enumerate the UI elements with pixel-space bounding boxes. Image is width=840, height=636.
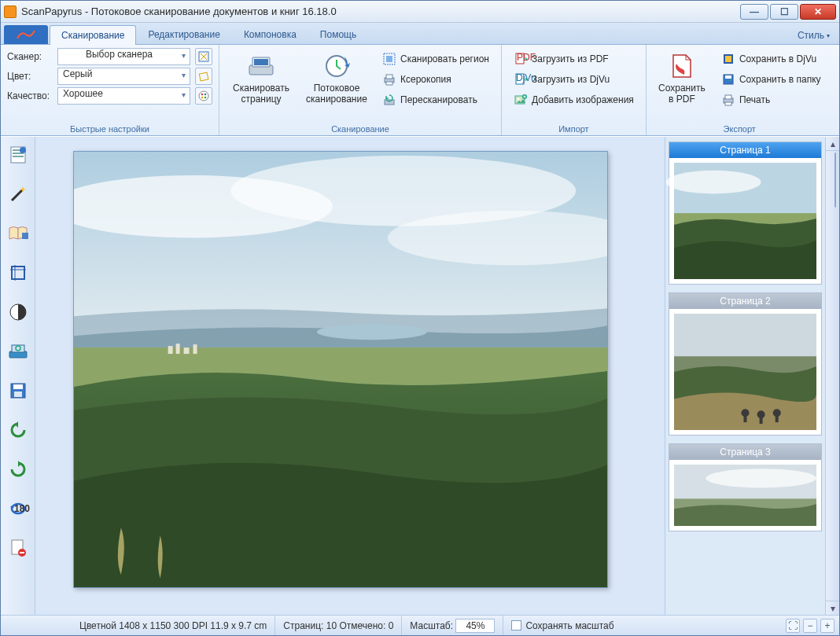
group-title-scanning: Сканирование	[226, 123, 495, 134]
window-title: ScanPapyrus - Потоковое сканирование док…	[21, 6, 739, 17]
group-quick-settings: Сканер: Выбор сканера Цвет: Серый Качест…	[1, 45, 219, 135]
tool-delete-page-icon[interactable]	[6, 536, 30, 560]
svg-rect-15	[386, 82, 392, 85]
load-pdf-button[interactable]: PDFЗагрузить из PDF	[508, 50, 639, 68]
svg-rect-55	[168, 346, 173, 354]
add-images-button[interactable]: Добавить изображения	[508, 90, 639, 109]
thumbnail-title: Страница 1	[669, 142, 821, 158]
quality-select[interactable]: Хорошее	[57, 87, 190, 105]
group-scanning: Сканировать страницу Потоковое сканирова…	[219, 45, 502, 135]
zoom-fit-icon[interactable]: ⛶	[786, 619, 800, 633]
group-title-export: Экспорт	[653, 123, 827, 134]
add-image-icon	[514, 93, 528, 107]
svg-rect-48	[20, 552, 24, 553]
save-djvu-button[interactable]: Сохранить в DjVu	[716, 50, 827, 68]
tab-editing[interactable]: Редактирование	[136, 24, 231, 44]
region-icon	[382, 52, 396, 66]
svg-rect-56	[176, 344, 180, 354]
svg-rect-68	[760, 414, 763, 424]
pdf-in-icon: PDF	[514, 52, 528, 66]
tab-help[interactable]: Помощь	[308, 24, 368, 44]
scanner-icon	[247, 52, 275, 80]
group-export: Сохранить в PDF Сохранить в DjVu Сохрани…	[647, 45, 833, 135]
svg-rect-62	[674, 314, 816, 360]
save-pdf-button[interactable]: Сохранить в PDF	[653, 48, 711, 108]
ribbon-tabs: Сканирование Редактирование Компоновка П…	[1, 23, 839, 45]
svg-point-5	[204, 97, 207, 99]
maximize-button[interactable]: ☐	[770, 4, 798, 20]
printer-icon	[382, 72, 396, 86]
tool-rotate-left-icon[interactable]	[6, 418, 30, 442]
scan-region-button[interactable]: Сканировать регион	[377, 50, 495, 68]
group-import: PDFЗагрузить из PDF DjVuЗагрузить из DjV…	[502, 45, 647, 135]
tool-rotate-180-icon[interactable]: 180	[6, 497, 30, 520]
svg-rect-43	[13, 384, 23, 389]
svg-point-53	[317, 324, 427, 340]
svg-point-71	[706, 469, 816, 487]
tab-layout[interactable]: Компоновка	[232, 24, 308, 44]
svg-rect-58	[193, 344, 197, 354]
zoom-label: Масштаб:	[410, 620, 453, 631]
workspace: 180	[1, 136, 839, 615]
scan-page-button[interactable]: Сканировать страницу	[226, 48, 297, 108]
svg-rect-14	[386, 75, 392, 79]
titlebar: ScanPapyrus - Потоковое сканирование док…	[1, 1, 839, 23]
scroll-up-icon[interactable]: ▴	[826, 137, 839, 151]
deskew-icon[interactable]	[195, 68, 212, 85]
svg-point-4	[204, 94, 207, 96]
quality-label: Качество:	[7, 90, 53, 101]
style-dropdown[interactable]: Стиль▾	[791, 27, 836, 44]
pdf-icon	[668, 52, 696, 80]
save-folder-button[interactable]: Сохранить в папку	[716, 70, 827, 89]
thumbnail-2[interactable]: Страница 2	[669, 292, 822, 436]
tool-wand-icon[interactable]	[6, 182, 30, 206]
keep-zoom-checkbox[interactable]	[511, 620, 521, 630]
svg-point-2	[199, 91, 208, 101]
palette-icon[interactable]	[195, 87, 212, 105]
tool-profile-icon[interactable]	[6, 143, 30, 167]
svg-point-6	[201, 97, 204, 99]
group-title-import: Импорт	[508, 123, 639, 134]
svg-rect-44	[14, 392, 22, 397]
zoom-out-icon[interactable]: −	[803, 619, 817, 633]
tool-rotate-right-icon[interactable]	[6, 458, 30, 481]
zoom-in-icon[interactable]: +	[820, 619, 834, 633]
color-label: Цвет:	[7, 71, 53, 82]
thumbnail-1[interactable]: Страница 1	[669, 142, 822, 285]
batch-scan-button[interactable]: Потоковое сканирование	[301, 48, 372, 108]
svg-rect-29	[725, 95, 731, 99]
thumbnail-title: Страница 2	[669, 293, 821, 309]
svg-point-35	[20, 147, 26, 153]
tool-save-icon[interactable]	[6, 379, 30, 403]
scroll-handle[interactable]	[834, 153, 836, 208]
load-djvu-button[interactable]: DjVuЗагрузить из DjVu	[508, 70, 639, 89]
tool-crop-icon[interactable]	[6, 261, 30, 285]
thumbnail-3[interactable]: Страница 3	[669, 443, 822, 531]
page-preview[interactable]	[73, 151, 608, 588]
svg-rect-36	[22, 233, 28, 239]
rescan-button[interactable]: Пересканировать	[377, 90, 495, 109]
left-toolstrip: 180	[1, 137, 35, 615]
tool-scanner-icon[interactable]	[6, 340, 30, 363]
status-pages: Страниц: 10 Отмечено: 0	[274, 616, 401, 635]
clock-arrow-icon	[322, 52, 351, 80]
canvas-area	[35, 137, 665, 615]
auto-crop-icon[interactable]	[195, 48, 212, 65]
rescan-icon	[382, 93, 396, 107]
app-menu-button[interactable]	[4, 25, 48, 44]
xerox-button[interactable]: Ксерокопия	[377, 70, 495, 89]
print-button[interactable]: Печать	[716, 90, 827, 109]
zoom-value[interactable]: 45%	[455, 619, 495, 633]
scanner-select[interactable]: Выбор сканера	[57, 48, 190, 65]
minimize-button[interactable]: —	[740, 4, 768, 20]
color-select[interactable]: Серый	[57, 68, 190, 85]
svg-point-60	[666, 171, 761, 194]
svg-rect-12	[386, 56, 392, 62]
status-keep-zoom[interactable]: Сохранять масштаб	[503, 616, 621, 635]
scroll-down-icon[interactable]: ▾	[826, 601, 839, 615]
thumbnails-scrollbar[interactable]: ▴ ▾	[825, 137, 839, 615]
tab-scanning[interactable]: Сканирование	[50, 25, 136, 45]
tool-contrast-icon[interactable]	[6, 300, 30, 324]
tool-book-icon[interactable]	[6, 222, 30, 245]
close-button[interactable]: ✕	[800, 4, 836, 20]
